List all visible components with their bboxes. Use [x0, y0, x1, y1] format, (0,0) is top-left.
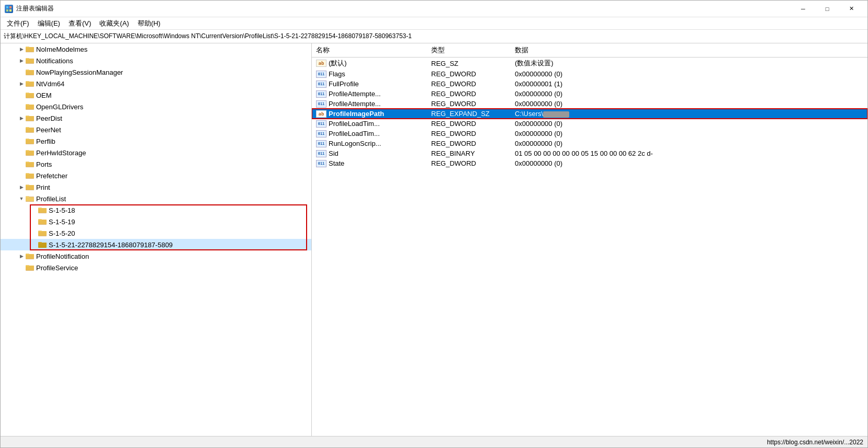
value-name: State: [329, 159, 344, 167]
table-row[interactable]: 011Sid REG_BINARY 01 05 00 00 00 00 00 0…: [312, 148, 867, 158]
value-type: REG_SZ: [427, 58, 511, 70]
tree-item-profilelist[interactable]: ▼ ProfileList: [1, 193, 311, 204]
table-row[interactable]: 011ProfileAttempte... REG_DWORD 0x000000…: [312, 89, 867, 99]
svg-rect-57: [38, 243, 47, 247]
svg-rect-1: [9, 6, 12, 8]
folder-icon: [26, 114, 34, 122]
tree-label: S-1-5-21-2278829154-1868079187-5809: [49, 241, 173, 249]
value-type: REG_DWORD: [427, 89, 511, 99]
tree-item-opengldrivers[interactable]: ▶ OpenGLDrivers: [1, 101, 311, 112]
close-button[interactable]: ✕: [839, 1, 863, 17]
values-panel[interactable]: 名称 类型 数据 ab(默认) REG_SZ (数值未设置) 011Flags: [312, 43, 867, 436]
menu-edit[interactable]: 编辑(E): [33, 18, 64, 29]
svg-rect-36: [26, 162, 34, 167]
value-name: ProfileLoadTim...: [329, 120, 380, 128]
expand-icon[interactable]: ▶: [17, 114, 26, 122]
tree-item-peernet[interactable]: ▶ PeerNet: [1, 124, 311, 135]
tree-item-profileservice[interactable]: ▶ ProfileService: [1, 262, 311, 273]
col-header-name[interactable]: 名称: [312, 43, 427, 58]
tree-item-print[interactable]: ▶ Print: [1, 181, 311, 193]
table-row[interactable]: ab(默认) REG_SZ (数值未设置): [312, 58, 867, 70]
table-row[interactable]: 011Flags REG_DWORD 0x00000000 (0): [312, 69, 867, 79]
value-type: REG_DWORD: [427, 79, 511, 89]
tree-item-peerdist[interactable]: ▶ PeerDist: [1, 112, 311, 124]
registry-editor-window: 注册表编辑器 ─ □ ✕ 文件(F) 编辑(E) 查看(V) 收藏夹(A) 帮助…: [0, 0, 868, 448]
value-data: 0x00000000 (0): [511, 158, 867, 168]
tree-item-nowplayingsessionmanager[interactable]: ▶ NowPlayingSessionManager: [1, 66, 311, 78]
table-row-state[interactable]: 011State REG_DWORD 0x00000000 (0): [312, 158, 867, 168]
tree-item-s-1-5-19[interactable]: ▶ S-1-5-19: [1, 216, 311, 227]
table-row[interactable]: 011ProfileAttempte... REG_DWORD 0x000000…: [312, 99, 867, 109]
tree-item-notifications[interactable]: ▶ Notifications: [1, 55, 311, 66]
table-row[interactable]: 011ProfileLoadTim... REG_DWORD 0x0000000…: [312, 119, 867, 129]
expand-icon[interactable]: ▶: [17, 252, 26, 260]
reg-icon-dword: 011: [316, 130, 326, 137]
tree-label: Notifications: [36, 57, 73, 65]
value-data: C:\Users\: [511, 109, 867, 119]
menu-favorites[interactable]: 收藏夹(A): [95, 18, 133, 29]
tree-panel[interactable]: ▶ NoImeModelmes ▶ Notifications ▶ NowPla…: [1, 43, 312, 436]
menu-help[interactable]: 帮助(H): [133, 18, 165, 29]
expand-icon[interactable]: ▶: [17, 45, 26, 53]
expand-icon[interactable]: ▶: [17, 56, 26, 65]
folder-icon: [26, 137, 34, 145]
tree-item-ports[interactable]: ▶ Ports: [1, 158, 311, 170]
reg-icon-ab: ab: [316, 60, 326, 67]
value-name: RunLogonScrip...: [329, 140, 381, 147]
menu-file[interactable]: 文件(F): [3, 18, 33, 29]
menu-view[interactable]: 查看(V): [64, 18, 95, 29]
value-type: REG_BINARY: [427, 148, 511, 158]
folder-icon: [26, 149, 34, 156]
tree-item-oem[interactable]: ▶ OEM: [1, 89, 311, 101]
app-icon: [5, 5, 13, 13]
svg-rect-2: [6, 9, 8, 12]
tree-label: Ports: [36, 160, 52, 168]
status-bar: https://blog.csdn.net/weixin/...2022: [1, 436, 867, 447]
svg-rect-42: [26, 185, 34, 190]
tree-label: NtVdm64: [36, 80, 64, 88]
address-bar: 计算机\HKEY_LOCAL_MACHINE\SOFTWARE\Microsof…: [1, 30, 867, 43]
tree-item-s-1-5-20[interactable]: ▶ S-1-5-20: [1, 227, 311, 239]
value-name: ProfileImagePath: [329, 110, 384, 118]
window-title: 注册表编辑器: [16, 4, 791, 13]
expand-icon[interactable]: ▶: [17, 79, 26, 88]
svg-rect-54: [38, 231, 47, 236]
expand-icon[interactable]: ▼: [17, 194, 26, 203]
tree-item-s-1-5-21-long[interactable]: ▶ S-1-5-21-2278829154-1868079187-5809: [1, 239, 311, 250]
svg-rect-0: [6, 6, 8, 8]
tree-item-s-1-5-18[interactable]: ▶ S-1-5-18: [1, 204, 311, 216]
tree-item-prefetcher[interactable]: ▶ Prefetcher: [1, 170, 311, 181]
table-row[interactable]: 011ProfileLoadTim... REG_DWORD 0x0000000…: [312, 129, 867, 139]
table-row[interactable]: 011FullProfile REG_DWORD 0x00000001 (1): [312, 79, 867, 89]
tree-label: NoImeModelmes: [36, 45, 87, 53]
tree-item-perflib[interactable]: ▶ Perflib: [1, 135, 311, 147]
col-header-data[interactable]: 数据: [511, 43, 867, 58]
tree-label: S-1-5-20: [49, 229, 75, 237]
registry-values-table: 名称 类型 数据 ab(默认) REG_SZ (数值未设置) 011Flags: [312, 43, 867, 168]
value-data: 0x00000000 (0): [511, 129, 867, 139]
folder-icon: [26, 91, 34, 99]
maximize-button[interactable]: □: [815, 1, 839, 17]
reg-icon-dword: 011: [316, 81, 326, 88]
status-url: https://blog.csdn.net/weixin/...2022: [767, 439, 863, 446]
tree-item-perhwldstorage[interactable]: ▶ PerHwIdStorage: [1, 147, 311, 158]
tree-item-ntvdm64[interactable]: ▶ NtVdm64: [1, 78, 311, 89]
col-header-type[interactable]: 类型: [427, 43, 511, 58]
value-type: REG_DWORD: [427, 139, 511, 148]
folder-icon: [26, 252, 34, 260]
reg-icon-dword: 011: [316, 160, 326, 167]
expand-icon[interactable]: ▶: [17, 183, 26, 191]
minimize-button[interactable]: ─: [791, 1, 815, 17]
table-row-profile-image-path[interactable]: abProfileImagePath REG_EXPAND_SZ C:\User…: [312, 109, 867, 119]
value-type: REG_EXPAND_SZ: [427, 109, 511, 119]
tree-item-profilenotification[interactable]: ▶ ProfileNotification: [1, 250, 311, 262]
svg-rect-24: [26, 116, 34, 121]
folder-icon: [26, 103, 34, 110]
folder-icon: [26, 264, 34, 271]
folder-selected-icon: [38, 241, 47, 248]
tree-item-noimemodeimes[interactable]: ▶ NoImeModelmes: [1, 43, 311, 55]
tree-label: NowPlayingSessionManager: [36, 68, 123, 76]
table-row[interactable]: 011RunLogonScrip... REG_DWORD 0x00000000…: [312, 139, 867, 148]
svg-rect-6: [26, 47, 34, 52]
tree-label: ProfileService: [36, 264, 78, 272]
